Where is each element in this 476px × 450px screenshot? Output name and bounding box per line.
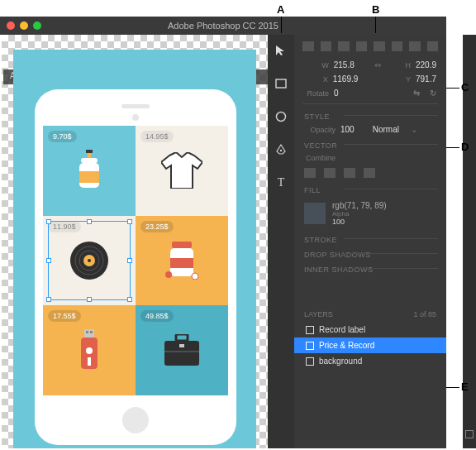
price-badge: 17.55$ — [48, 310, 81, 322]
layer-name: Price & Record — [319, 341, 374, 350]
phone-mockup: 9.70$ 14.95$ 11.90$ — [35, 89, 236, 445]
phone-speaker — [121, 104, 150, 108]
price-badge: 14.95$ — [140, 131, 174, 142]
window-titlebar: Adobe Photoshop CC 2015 — [0, 17, 446, 35]
svg-rect-20 — [88, 357, 91, 366]
blend-mode[interactable]: Normal — [373, 125, 399, 134]
svg-point-19 — [86, 347, 93, 354]
pen-tool[interactable] — [274, 142, 288, 157]
align-right-icon[interactable] — [338, 41, 350, 51]
tile-briefcase: 49.85$ — [136, 305, 228, 395]
layer-row-selected[interactable]: Price & Record — [294, 338, 446, 353]
usb-drive-icon — [78, 329, 101, 372]
svg-point-26 — [277, 112, 286, 122]
svg-rect-10 — [172, 242, 192, 248]
flip-h-icon[interactable]: ⇋ — [413, 89, 420, 98]
fill-alpha-label: Alpha — [332, 210, 387, 218]
svg-rect-25 — [276, 79, 286, 88]
tile-shirt: 14.95$ — [136, 126, 228, 216]
rectangle-tool[interactable] — [274, 76, 288, 91]
distribute-h-icon[interactable] — [409, 41, 421, 51]
layer-row[interactable]: background — [294, 353, 446, 369]
layers-count: 1 of 85 — [413, 310, 436, 318]
layer-shape-icon — [306, 342, 314, 350]
fill-swatch[interactable] — [304, 203, 326, 224]
inner-shadows-section-heading[interactable]: INNER SHADOWS — [294, 261, 446, 275]
svg-rect-16 — [86, 331, 88, 333]
link-wh-icon[interactable]: ⇔ — [374, 60, 381, 69]
panel-toggle-icon[interactable] — [465, 430, 474, 438]
svg-rect-0 — [86, 150, 93, 153]
layer-name: background — [319, 357, 362, 366]
selection-outline[interactable] — [48, 221, 131, 301]
svg-rect-4 — [79, 171, 99, 183]
vector-section-heading: VECTOR — [294, 136, 446, 151]
fill-color-label: rgb(71, 79, 89) — [332, 201, 387, 210]
rotate-value[interactable]: 0 — [334, 89, 370, 98]
layer-name: Record label — [319, 325, 365, 334]
app-title: Adobe Photoshop CC 2015 — [0, 17, 446, 35]
svg-point-13 — [165, 271, 172, 278]
align-bottom-icon[interactable] — [392, 41, 403, 51]
fill-alpha-value[interactable]: 100 — [332, 218, 387, 226]
align-left-icon[interactable] — [302, 41, 314, 51]
chevron-down-icon[interactable]: ⌄ — [411, 125, 417, 134]
height-value[interactable]: 220.9 — [416, 60, 436, 69]
properties-panel: W215.8 ⇔ H220.9 X1169.9 Y791.7 Rotate 0 … — [294, 35, 446, 448]
tool-strip: T — [268, 35, 294, 448]
flip-v-icon[interactable]: ↻ — [430, 89, 436, 98]
phone-home-button — [122, 407, 149, 433]
tile-record: 11.90$ — [43, 216, 136, 306]
callout-a: A — [277, 3, 284, 16]
width-value[interactable]: 215.8 — [334, 60, 370, 69]
style-section-heading: STYLE — [294, 108, 446, 122]
svg-rect-21 — [176, 334, 188, 341]
phone-camera — [132, 114, 139, 121]
layers-heading: LAYERS — [304, 310, 333, 318]
align-center-v-icon[interactable] — [374, 41, 385, 51]
x-value[interactable]: 1169.9 — [333, 74, 368, 84]
layer-shape-icon — [306, 357, 314, 366]
stroke-section-heading[interactable]: STROKE — [294, 231, 446, 246]
combine-intersect-icon[interactable] — [344, 168, 355, 178]
callout-e: E — [461, 381, 469, 393]
svg-point-14 — [192, 273, 198, 280]
rotate-label: Rotate — [304, 89, 329, 98]
layer-row[interactable]: Record label — [294, 322, 446, 338]
svg-rect-23 — [164, 351, 199, 352]
svg-rect-1 — [88, 153, 91, 158]
combine-union-icon[interactable] — [304, 168, 316, 178]
artboard: 9.70$ 14.95$ 11.90$ — [13, 50, 256, 448]
y-value[interactable]: 791.7 — [416, 74, 436, 84]
move-tool[interactable] — [274, 43, 288, 58]
drop-shadows-section-heading[interactable]: DROP SHADOWS — [294, 246, 446, 261]
combine-subtract-icon[interactable] — [324, 168, 336, 178]
svg-rect-17 — [90, 331, 93, 333]
distribute-v-icon[interactable] — [427, 41, 439, 51]
svg-rect-12 — [170, 258, 193, 268]
layer-shape-icon — [306, 326, 314, 334]
price-badge: 9.70$ — [48, 131, 77, 142]
align-center-h-icon[interactable] — [321, 41, 332, 51]
combine-label: Combine — [304, 154, 336, 162]
opacity-value[interactable]: 100 — [340, 125, 355, 134]
callout-b: B — [372, 3, 379, 16]
price-badge: 23.25$ — [140, 221, 174, 232]
tile-soap: 9.70$ — [43, 126, 136, 216]
phone-screen: 9.70$ 14.95$ 11.90$ — [43, 126, 228, 395]
callout-c: C — [461, 81, 469, 93]
canvas-area[interactable]: App Ideas.psd 9.70$ 14.95$ — [2, 35, 268, 448]
price-badge: 49.85$ — [140, 310, 174, 322]
fill-section-heading: FILL — [294, 181, 446, 196]
soap-icon — [74, 150, 104, 191]
svg-point-27 — [280, 150, 282, 151]
type-tool[interactable]: T — [274, 175, 288, 190]
svg-rect-2 — [81, 158, 98, 163]
align-top-icon[interactable] — [356, 41, 368, 51]
briefcase-icon — [161, 334, 202, 367]
combine-exclude-icon[interactable] — [364, 168, 375, 178]
pill-bottle-icon — [164, 242, 200, 280]
ellipse-tool[interactable] — [274, 109, 288, 124]
tile-usb: 17.55$ — [43, 305, 136, 395]
svg-rect-15 — [84, 329, 94, 338]
